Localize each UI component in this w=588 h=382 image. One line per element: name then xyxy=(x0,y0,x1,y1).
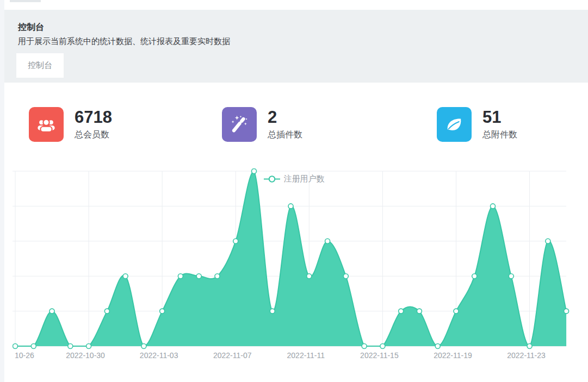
users-icon xyxy=(29,107,64,142)
top-whitespace xyxy=(0,0,588,10)
svg-text:2022-11-11: 2022-11-11 xyxy=(287,351,325,360)
tab-console-label: 控制台 xyxy=(28,60,52,71)
attachments-count: 51 xyxy=(482,108,517,127)
stats-row: 6718 总会员数 2 总插件数 xyxy=(4,83,588,142)
members-label: 总会员数 xyxy=(75,129,112,141)
leaf-icon xyxy=(437,107,472,142)
legend-label: 注册用户数 xyxy=(284,174,325,184)
area-chart-canvas[interactable]: 10-262022-10-302022-11-032022-11-072022-… xyxy=(13,168,575,378)
svg-text:10-26: 10-26 xyxy=(15,351,34,360)
svg-text:2022-11-19: 2022-11-19 xyxy=(434,351,472,360)
page-title: 控制台 xyxy=(18,22,588,33)
svg-text:2022-11-23: 2022-11-23 xyxy=(507,351,546,360)
plugins-label: 总插件数 xyxy=(268,129,302,141)
page-subtitle: 用于展示当前系统中的统计数据、统计报表及重要实时数据 xyxy=(18,36,588,47)
top-edge-artifact xyxy=(10,0,41,2)
tab-bar: 控制台 xyxy=(16,53,588,78)
content-area: 6718 总会员数 2 总插件数 xyxy=(4,83,588,378)
svg-text:2022-10-30: 2022-10-30 xyxy=(66,351,105,360)
stat-card-members: 6718 总会员数 xyxy=(4,107,222,142)
stat-card-attachments: 51 总附件数 xyxy=(437,107,588,142)
svg-text:2022-11-07: 2022-11-07 xyxy=(213,351,252,360)
registered-users-chart[interactable]: 注册用户数 10-262022-10-302022-11-032022-11-0… xyxy=(13,168,575,378)
page-header: 控制台 用于展示当前系统中的统计数据、统计报表及重要实时数据 控制台 xyxy=(4,10,588,83)
stat-card-plugins: 2 总插件数 xyxy=(222,107,437,142)
legend-item-registered-users[interactable]: 注册用户数 xyxy=(264,174,325,184)
plugins-count: 2 xyxy=(268,108,302,127)
svg-text:2022-11-03: 2022-11-03 xyxy=(140,351,178,360)
members-count: 6718 xyxy=(75,108,112,127)
svg-text:2022-11-15: 2022-11-15 xyxy=(360,351,399,360)
page-left-gutter xyxy=(0,0,4,382)
legend-marker-icon xyxy=(264,176,280,183)
attachments-label: 总附件数 xyxy=(482,129,517,141)
tab-console[interactable]: 控制台 xyxy=(16,53,64,78)
magic-wand-icon xyxy=(222,107,257,142)
